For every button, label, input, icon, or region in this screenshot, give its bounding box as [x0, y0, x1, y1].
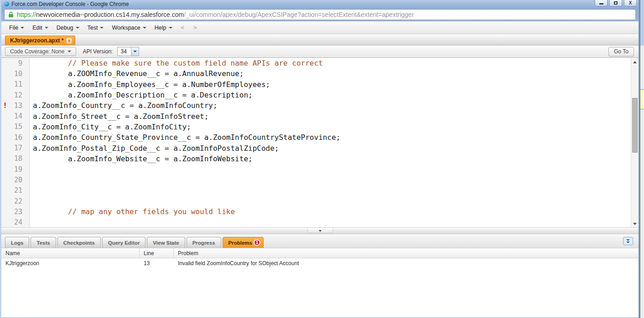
- code-coverage-label: Code Coverage: None: [10, 48, 64, 55]
- line-text: a.ZoomInfo_Employees__c = a.NumberOfEmpl…: [22, 80, 270, 89]
- url-text: https://newvoicemedia--production.cs14.m…: [17, 11, 414, 18]
- menu-file[interactable]: File: [5, 21, 28, 34]
- https-lock-icon: [8, 11, 14, 18]
- scroll-up-icon[interactable]: [631, 59, 639, 65]
- tab-checkpoints[interactable]: Checkpoints: [57, 237, 101, 248]
- menu-edit[interactable]: Edit: [28, 21, 52, 34]
- code-editor[interactable]: 9 // Please make sure the custom field n…: [1, 58, 639, 228]
- line-text: a.ZoomInfo_City__c = a.ZoomInfoCity;: [22, 123, 191, 131]
- tab-view-state[interactable]: View State: [147, 237, 185, 248]
- panel-collapse-button[interactable]: [623, 237, 633, 245]
- line-number: 17: [9, 144, 22, 152]
- code-line-13[interactable]: !13a.ZoomInfo_Country__c = a.ZoomInfoCou…: [1, 100, 639, 111]
- panel-splitter[interactable]: [1, 228, 639, 234]
- window-titlebar: Force.com Developer Console - Google Chr…: [1, 0, 639, 8]
- error-marker-icon: !: [1, 102, 9, 110]
- goto-button[interactable]: Go To: [608, 47, 634, 56]
- code-line-14[interactable]: 14a.ZoomInfo_Street__c = a.ZoomInfoStree…: [1, 111, 639, 121]
- navigate-forward-button[interactable]: >: [189, 24, 202, 31]
- url-row: https://newvoicemedia--production.cs14.m…: [1, 8, 639, 21]
- minimize-button[interactable]: [595, 0, 608, 6]
- line-text: a.ZoomInfo_Postal_Zip_Code__c = a.ZoomIn…: [22, 144, 279, 153]
- url-scheme: https://: [17, 11, 36, 18]
- address-bar[interactable]: https://newvoicemedia--production.cs14.m…: [4, 9, 636, 20]
- tab-progress[interactable]: Progress: [187, 237, 221, 248]
- line-number: 24: [9, 218, 22, 226]
- tab-query-editor[interactable]: Query Editor: [102, 237, 146, 248]
- line-text: // map any other fields you would like: [22, 207, 235, 216]
- line-number: 22: [9, 197, 22, 205]
- code-line-15[interactable]: 15a.ZoomInfo_City__c = a.ZoomInfoCity;: [1, 122, 639, 132]
- problem-row[interactable]: KJtriggerzoon13Invalid field ZoomInfoCou…: [1, 258, 639, 268]
- collapse-down-icon: [319, 230, 322, 232]
- code-line-16[interactable]: 16a.ZoomInfo_Country_State_Province__c =…: [1, 132, 639, 143]
- chevron-down-icon: [169, 27, 172, 29]
- code-line-12[interactable]: 12 a.ZoomInfo_Description__c = a.Descrip…: [1, 90, 639, 100]
- code-line-24[interactable]: 24: [1, 217, 639, 227]
- navigate-back-button[interactable]: <: [177, 24, 189, 31]
- double-chevron-down-icon: [626, 239, 630, 241]
- splitter-collapse-handle[interactable]: [307, 229, 333, 233]
- code-line-17[interactable]: 17a.ZoomInfo_Postal_Zip_Code__c = a.Zoom…: [1, 143, 639, 153]
- file-tab-kjtriggerzoon[interactable]: KJtriggerzoon.apxt * x: [5, 36, 75, 45]
- maximize-button[interactable]: [609, 0, 622, 6]
- browser-window: Force.com Developer Console - Google Chr…: [0, 0, 639, 318]
- close-button[interactable]: X: [624, 0, 637, 6]
- problem-line: 13: [140, 258, 174, 268]
- code-line-9[interactable]: 9 // Please make sure the custom field n…: [1, 58, 639, 68]
- window-title: Force.com Developer Console - Google Chr…: [11, 1, 595, 7]
- code-line-22[interactable]: 22: [1, 196, 639, 206]
- chevron-down-icon: [76, 27, 79, 29]
- tab-logs[interactable]: Logs: [5, 237, 29, 248]
- line-number: 18: [9, 154, 22, 163]
- problems-panel: Name Line Problem KJtriggerzoon13Invalid…: [1, 248, 639, 317]
- tab-problems[interactable]: Problems1: [223, 237, 264, 248]
- line-text: a.ZoomInfo_Country__c = a.ZoomInfoCountr…: [22, 101, 218, 110]
- chrome-page-icon: [4, 1, 9, 6]
- url-path: /_ui/common/apex/debug/ApexCSIPage?actio…: [184, 11, 414, 18]
- code-line-19[interactable]: 19: [1, 164, 639, 174]
- api-version-label: API Version:: [83, 48, 113, 55]
- problems-count-badge: 1: [254, 239, 260, 246]
- api-version-select[interactable]: 34: [117, 47, 139, 56]
- code-line-23[interactable]: 23 // map any other fields you would lik…: [1, 206, 639, 217]
- column-header-problem: Problem: [174, 248, 639, 258]
- scrollbar-thumb[interactable]: [632, 98, 638, 153]
- line-number: 19: [9, 165, 22, 174]
- screen: Force.com Developer Console - Google Chr…: [0, 0, 644, 318]
- line-number: 11: [9, 80, 22, 88]
- close-icon: X: [629, 1, 632, 5]
- line-text: a.ZoomInfo_Street__c = a.ZoomInfoStreet;: [22, 112, 208, 121]
- scroll-down-icon[interactable]: [631, 221, 639, 227]
- chevron-down-icon: [45, 27, 48, 29]
- code-line-21[interactable]: 21: [1, 185, 639, 196]
- line-text: a.ZoomInfo_Description__c = a.Descriptio…: [22, 91, 253, 99]
- line-number: 9: [9, 59, 22, 67]
- line-number: 21: [9, 186, 22, 195]
- code-line-11[interactable]: 11 a.ZoomInfo_Employees__c = a.NumberOfE…: [1, 79, 639, 90]
- file-tab-close-icon[interactable]: x: [66, 38, 72, 44]
- line-number: 16: [9, 133, 22, 142]
- menu-help[interactable]: Help: [151, 21, 177, 34]
- code-coverage-dropdown[interactable]: Code Coverage: None: [5, 47, 76, 56]
- menu-debug[interactable]: Debug: [52, 21, 83, 34]
- code-line-10[interactable]: 10 a.ZOOMInfo_Revenue__c = a.AnnualReven…: [1, 68, 639, 79]
- line-text: // Please make sure the custom field nam…: [22, 59, 323, 67]
- line-number: 13: [9, 102, 22, 110]
- line-number: 23: [9, 208, 22, 216]
- editor-vertical-scrollbar[interactable]: [631, 58, 639, 228]
- code-line-20[interactable]: 20: [1, 174, 639, 185]
- tab-tests[interactable]: Tests: [31, 237, 56, 248]
- bottom-tab-strip: LogsTestsCheckpointsQuery EditorView Sta…: [1, 234, 639, 248]
- line-number: 20: [9, 176, 22, 184]
- chevron-down-icon: [100, 27, 104, 29]
- chevron-down-icon: [68, 51, 71, 52]
- background-window-sliver: [640, 0, 644, 318]
- code-line-18[interactable]: 18 a.ZoomInfo_Website__c = a.ZoomInfoWeb…: [1, 154, 639, 164]
- problem-name: KJtriggerzoon: [1, 258, 140, 268]
- menu-test[interactable]: Test: [83, 21, 108, 34]
- line-text: a.ZoomInfo_Country_State_Province__c = a…: [22, 133, 340, 142]
- url-host: newvoicemedia--production.cs14.my.salesf…: [36, 11, 184, 18]
- menu-workspace[interactable]: Workspace: [108, 21, 150, 34]
- line-text: a.ZoomInfo_Website__c = a.ZoomInfoWebsit…: [22, 154, 253, 163]
